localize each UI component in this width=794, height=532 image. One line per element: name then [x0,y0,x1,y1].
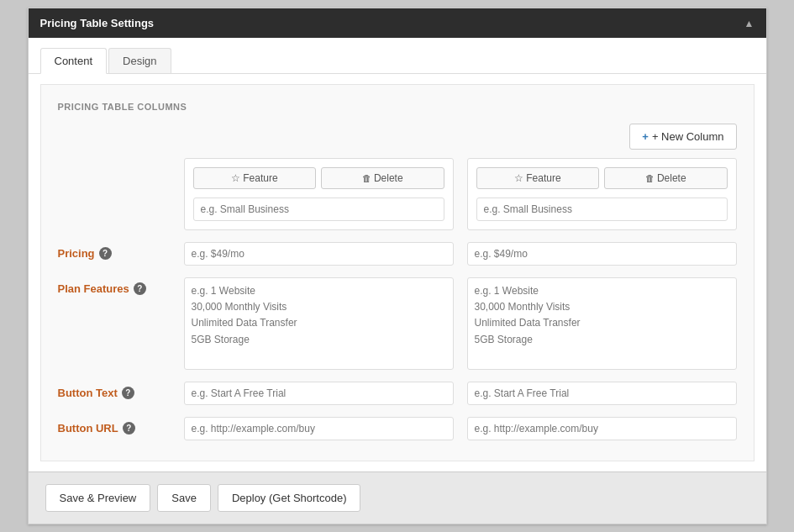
pricing-label: Pricing ? [58,242,184,260]
col-actions-row: Feature Delete [58,158,737,230]
empty-label [58,158,184,163]
pricing-inputs [184,242,737,266]
plan-features-label: Plan Features ? [58,277,184,295]
button-text-help-icon[interactable]: ? [122,387,134,399]
pricing-help-icon[interactable]: ? [99,247,112,260]
pricing-row: Pricing ? [58,242,737,266]
deploy-button[interactable]: Deploy (Get Shortcode) [218,484,361,512]
plan-name-input-col2[interactable] [476,198,728,221]
column-card-2: Feature Delete [467,158,737,230]
pricing-input-col1[interactable] [184,242,454,266]
tab-design[interactable]: Design [108,48,171,73]
columns-action-area: Feature Delete [184,158,737,230]
save-button[interactable]: Save [157,484,211,512]
button-text-input-col1[interactable] [184,382,454,405]
star-icon-col2 [514,172,526,184]
button-url-inputs [184,417,737,440]
button-text-label: Button Text ? [58,382,184,399]
feature-button-col2[interactable]: Feature [476,167,600,189]
form-area: Feature Delete [58,158,737,440]
trash-icon-col2 [645,172,657,184]
collapse-icon[interactable]: ▲ [744,18,755,29]
pricing-input-col2[interactable] [467,242,737,266]
plan-features-row: Plan Features ? [58,277,737,370]
plan-features-textarea-col2[interactable] [467,277,737,370]
column-card-1: Feature Delete [184,158,454,230]
new-column-button[interactable]: ++ New Column [629,124,736,150]
trash-icon-col1 [362,172,374,184]
star-icon-col1 [231,172,243,184]
button-text-input-col2[interactable] [467,382,737,405]
tab-bar: Content Design [29,38,766,74]
col-1-actions: Feature Delete [193,167,444,189]
section-label: PRICING TABLE COLUMNS [58,102,737,112]
widget-header: Pricing Table Settings ▲ [29,8,766,38]
col-2-actions: Feature Delete [476,167,728,189]
save-preview-button[interactable]: Save & Preview [45,484,151,512]
button-url-row: Button URL ? [58,417,737,440]
plan-features-textarea-col1[interactable] [184,277,454,370]
button-url-input-col1[interactable] [184,417,454,440]
plan-features-help-icon[interactable]: ? [134,282,146,295]
delete-button-col1[interactable]: Delete [321,167,444,189]
new-column-container: ++ New Column [58,124,737,150]
widget-body: Content Design PRICING TABLE COLUMNS ++ … [29,38,766,524]
widget-title: Pricing Table Settings [40,17,155,29]
pricing-table-widget: Pricing Table Settings ▲ Content Design … [28,8,767,524]
button-url-label: Button URL ? [58,417,184,435]
button-url-input-col2[interactable] [467,417,737,440]
button-text-inputs [184,382,737,405]
footer-bar: Save & Preview Save Deploy (Get Shortcod… [29,471,766,524]
plan-features-inputs [184,277,737,370]
button-text-row: Button Text ? [58,382,737,405]
content-area: PRICING TABLE COLUMNS ++ New Column [40,84,755,461]
delete-button-col2[interactable]: Delete [604,167,728,189]
plus-icon: + [642,130,649,143]
feature-button-col1[interactable]: Feature [193,167,317,189]
button-url-help-icon[interactable]: ? [123,422,135,435]
tab-content[interactable]: Content [40,48,108,74]
plan-name-input-col1[interactable] [193,198,444,221]
